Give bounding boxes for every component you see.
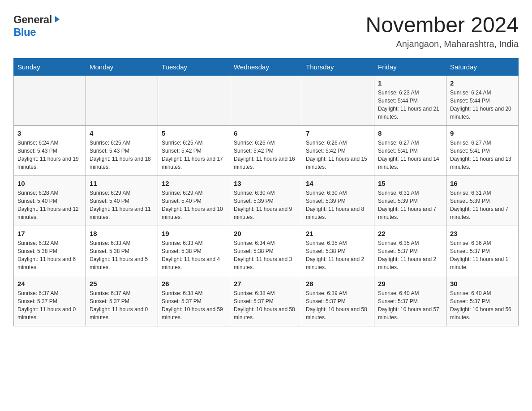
calendar-week-row: 24Sunrise: 6:37 AM Sunset: 5:37 PM Dayli…: [14, 276, 519, 326]
day-number: 12: [162, 180, 226, 187]
day-number: 26: [162, 280, 226, 287]
day-number: 5: [162, 129, 226, 137]
day-number: 17: [17, 230, 82, 237]
calendar-cell: 4Sunrise: 6:25 AM Sunset: 5:43 PM Daylig…: [86, 125, 158, 176]
calendar-cell: 9Sunrise: 6:27 AM Sunset: 5:41 PM Daylig…: [446, 125, 519, 176]
day-info: Sunrise: 6:24 AM Sunset: 5:44 PM Dayligh…: [450, 89, 515, 121]
calendar-cell: 27Sunrise: 6:38 AM Sunset: 5:37 PM Dayli…: [230, 276, 302, 326]
calendar-week-row: 17Sunrise: 6:32 AM Sunset: 5:38 PM Dayli…: [14, 226, 519, 276]
day-info: Sunrise: 6:27 AM Sunset: 5:41 PM Dayligh…: [450, 139, 515, 171]
svg-marker-0: [55, 16, 60, 22]
calendar-cell: 8Sunrise: 6:27 AM Sunset: 5:41 PM Daylig…: [374, 125, 446, 176]
day-info: Sunrise: 6:29 AM Sunset: 5:40 PM Dayligh…: [90, 189, 154, 221]
day-info: Sunrise: 6:23 AM Sunset: 5:44 PM Dayligh…: [378, 89, 442, 121]
weekday-header-row: SundayMondayTuesdayWednesdayThursdayFrid…: [14, 58, 519, 75]
calendar-cell: [14, 75, 86, 125]
calendar-cell: 5Sunrise: 6:25 AM Sunset: 5:42 PM Daylig…: [158, 125, 230, 176]
weekday-header-wednesday: Wednesday: [230, 58, 302, 75]
logo-general-text: General: [13, 13, 52, 26]
day-number: 9: [450, 129, 515, 137]
day-info: Sunrise: 6:35 AM Sunset: 5:38 PM Dayligh…: [306, 239, 370, 271]
day-number: 15: [378, 180, 442, 187]
day-info: Sunrise: 6:24 AM Sunset: 5:43 PM Dayligh…: [17, 139, 82, 171]
calendar-cell: 18Sunrise: 6:33 AM Sunset: 5:38 PM Dayli…: [86, 226, 158, 276]
weekday-header-saturday: Saturday: [446, 58, 519, 75]
calendar-week-row: 3Sunrise: 6:24 AM Sunset: 5:43 PM Daylig…: [14, 125, 519, 176]
calendar-cell: 22Sunrise: 6:35 AM Sunset: 5:37 PM Dayli…: [374, 226, 446, 276]
calendar-cell: 29Sunrise: 6:40 AM Sunset: 5:37 PM Dayli…: [374, 276, 446, 326]
calendar-cell: 19Sunrise: 6:33 AM Sunset: 5:38 PM Dayli…: [158, 226, 230, 276]
calendar-cell: 11Sunrise: 6:29 AM Sunset: 5:40 PM Dayli…: [86, 176, 158, 226]
day-number: 24: [17, 280, 82, 287]
day-number: 28: [306, 280, 370, 287]
day-number: 25: [90, 280, 154, 287]
day-info: Sunrise: 6:26 AM Sunset: 5:42 PM Dayligh…: [306, 139, 370, 171]
calendar-cell: [302, 75, 374, 125]
calendar-cell: 23Sunrise: 6:36 AM Sunset: 5:37 PM Dayli…: [446, 226, 519, 276]
day-number: 21: [306, 230, 370, 237]
day-info: Sunrise: 6:30 AM Sunset: 5:39 PM Dayligh…: [306, 189, 370, 221]
weekday-header-sunday: Sunday: [14, 58, 86, 75]
calendar-cell: 12Sunrise: 6:29 AM Sunset: 5:40 PM Dayli…: [158, 176, 230, 226]
day-info: Sunrise: 6:35 AM Sunset: 5:37 PM Dayligh…: [378, 239, 442, 271]
day-info: Sunrise: 6:36 AM Sunset: 5:37 PM Dayligh…: [450, 239, 515, 271]
day-number: 27: [234, 280, 298, 287]
month-title: November 2024: [365, 13, 519, 37]
day-number: 14: [306, 180, 370, 187]
weekday-header-thursday: Thursday: [302, 58, 374, 75]
day-info: Sunrise: 6:38 AM Sunset: 5:37 PM Dayligh…: [234, 289, 298, 321]
day-info: Sunrise: 6:31 AM Sunset: 5:39 PM Dayligh…: [378, 189, 442, 221]
calendar-cell: [86, 75, 158, 125]
calendar-cell: [158, 75, 230, 125]
calendar-cell: 26Sunrise: 6:38 AM Sunset: 5:37 PM Dayli…: [158, 276, 230, 326]
day-number: 3: [17, 129, 82, 137]
day-info: Sunrise: 6:30 AM Sunset: 5:39 PM Dayligh…: [234, 189, 298, 221]
day-number: 16: [450, 180, 515, 187]
page-header: General Blue November 2024 Anjangaon, Ma…: [13, 13, 519, 49]
calendar-cell: 20Sunrise: 6:34 AM Sunset: 5:38 PM Dayli…: [230, 226, 302, 276]
calendar-cell: 16Sunrise: 6:31 AM Sunset: 5:39 PM Dayli…: [446, 176, 519, 226]
calendar-cell: 30Sunrise: 6:40 AM Sunset: 5:37 PM Dayli…: [446, 276, 519, 326]
calendar-cell: 2Sunrise: 6:24 AM Sunset: 5:44 PM Daylig…: [446, 75, 519, 125]
day-info: Sunrise: 6:27 AM Sunset: 5:41 PM Dayligh…: [378, 139, 442, 171]
calendar-week-row: 1Sunrise: 6:23 AM Sunset: 5:44 PM Daylig…: [14, 75, 519, 125]
calendar-cell: 14Sunrise: 6:30 AM Sunset: 5:39 PM Dayli…: [302, 176, 374, 226]
day-info: Sunrise: 6:37 AM Sunset: 5:37 PM Dayligh…: [17, 289, 82, 321]
calendar-table: SundayMondayTuesdayWednesdayThursdayFrid…: [13, 58, 519, 326]
day-number: 2: [450, 79, 515, 87]
day-number: 4: [90, 129, 154, 137]
day-info: Sunrise: 6:39 AM Sunset: 5:37 PM Dayligh…: [306, 289, 370, 321]
calendar-cell: 6Sunrise: 6:26 AM Sunset: 5:42 PM Daylig…: [230, 125, 302, 176]
day-number: 20: [234, 230, 298, 237]
day-info: Sunrise: 6:28 AM Sunset: 5:40 PM Dayligh…: [17, 189, 82, 221]
day-info: Sunrise: 6:33 AM Sunset: 5:38 PM Dayligh…: [90, 239, 154, 271]
day-number: 7: [306, 129, 370, 137]
calendar-cell: 28Sunrise: 6:39 AM Sunset: 5:37 PM Dayli…: [302, 276, 374, 326]
calendar-cell: 3Sunrise: 6:24 AM Sunset: 5:43 PM Daylig…: [14, 125, 86, 176]
calendar-cell: 10Sunrise: 6:28 AM Sunset: 5:40 PM Dayli…: [14, 176, 86, 226]
calendar-cell: 7Sunrise: 6:26 AM Sunset: 5:42 PM Daylig…: [302, 125, 374, 176]
calendar-cell: 24Sunrise: 6:37 AM Sunset: 5:37 PM Dayli…: [14, 276, 86, 326]
day-number: 6: [234, 129, 298, 137]
day-number: 1: [378, 79, 442, 87]
day-info: Sunrise: 6:25 AM Sunset: 5:42 PM Dayligh…: [162, 139, 226, 171]
day-number: 30: [450, 280, 515, 287]
day-info: Sunrise: 6:40 AM Sunset: 5:37 PM Dayligh…: [450, 289, 515, 321]
weekday-header-monday: Monday: [86, 58, 158, 75]
day-info: Sunrise: 6:26 AM Sunset: 5:42 PM Dayligh…: [234, 139, 298, 171]
day-info: Sunrise: 6:34 AM Sunset: 5:38 PM Dayligh…: [234, 239, 298, 271]
day-number: 13: [234, 180, 298, 187]
calendar-week-row: 10Sunrise: 6:28 AM Sunset: 5:40 PM Dayli…: [14, 176, 519, 226]
weekday-header-friday: Friday: [374, 58, 446, 75]
calendar-cell: 21Sunrise: 6:35 AM Sunset: 5:38 PM Dayli…: [302, 226, 374, 276]
day-info: Sunrise: 6:29 AM Sunset: 5:40 PM Dayligh…: [162, 189, 226, 221]
day-info: Sunrise: 6:25 AM Sunset: 5:43 PM Dayligh…: [90, 139, 154, 171]
title-area: November 2024 Anjangaon, Maharashtra, In…: [365, 13, 519, 49]
day-number: 11: [90, 180, 154, 187]
calendar-cell: 17Sunrise: 6:32 AM Sunset: 5:38 PM Dayli…: [14, 226, 86, 276]
day-number: 18: [90, 230, 154, 237]
weekday-header-tuesday: Tuesday: [158, 58, 230, 75]
calendar-cell: 1Sunrise: 6:23 AM Sunset: 5:44 PM Daylig…: [374, 75, 446, 125]
logo-blue-text: Blue: [13, 26, 36, 38]
day-info: Sunrise: 6:38 AM Sunset: 5:37 PM Dayligh…: [162, 289, 226, 321]
